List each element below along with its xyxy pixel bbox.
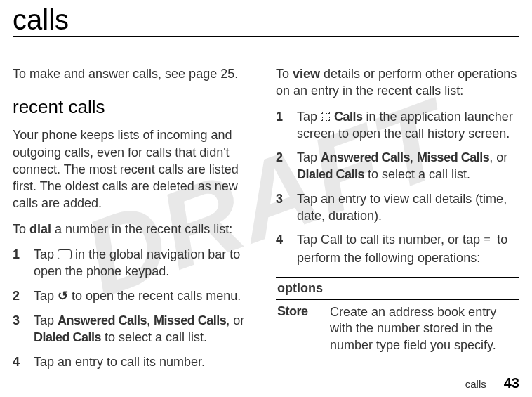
step-number: 3: [13, 312, 34, 346]
left-step-3: 3 Tap Answered Calls, Missed Calls, or D…: [13, 312, 256, 346]
left-step-2: 2 Tap ↺ to open the recent calls menu.: [13, 287, 256, 305]
right-column: To view details or perform other operati…: [276, 65, 519, 377]
answered-calls-label: Answered Calls: [321, 150, 410, 164]
text-frag: Tap: [34, 289, 58, 303]
step-text: Tap Calls in the application launcher sc…: [297, 108, 519, 143]
page-title: calls: [13, 5, 519, 37]
step-text: Tap an entry to view call details (time,…: [297, 190, 519, 225]
text-frag: , or: [226, 313, 244, 327]
phone-icon: ↺: [58, 287, 68, 304]
step-number: 4: [276, 231, 297, 266]
text-frag: Tap: [297, 150, 321, 164]
options-table: options Store Create an address book ent…: [276, 277, 519, 358]
text-frag: to select a call list.: [364, 167, 470, 181]
step-text: Tap Answered Calls, Missed Calls, or Dia…: [297, 149, 519, 183]
text-frag: Tap Call to call its number, or tap: [297, 233, 484, 247]
footer-page-number: 43: [504, 375, 519, 391]
intro-text: To make and answer calls, see page 25.: [13, 65, 256, 82]
option-label: Store: [277, 304, 330, 353]
step-number: 4: [13, 353, 34, 370]
text-frag: Tap: [297, 110, 321, 124]
step-text: Tap an entry to call its number.: [34, 353, 256, 370]
left-step-1: 1 Tap in the global navigation bar to op…: [13, 246, 256, 280]
content-columns: To make and answer calls, see page 25. r…: [13, 65, 519, 377]
page-footer: calls 43: [465, 375, 519, 391]
text-frag: to select a call list.: [101, 330, 207, 344]
menu-list-icon: [484, 231, 493, 248]
dialed-calls-label: Dialed Calls: [297, 167, 364, 181]
dial-pre: To: [13, 222, 29, 236]
missed-calls-label: Missed Calls: [417, 150, 489, 164]
dial-post: a number in the recent calls list:: [51, 222, 232, 236]
option-description: Create an address book entry with the nu…: [330, 304, 518, 353]
step-text: Tap ↺ to open the recent calls menu.: [34, 287, 256, 305]
dial-intro: To dial a number in the recent calls lis…: [13, 221, 256, 237]
dialed-calls-label: Dialed Calls: [34, 330, 101, 344]
right-step-3: 3 Tap an entry to view call details (tim…: [276, 190, 519, 225]
view-bold: view: [293, 67, 320, 81]
text-frag: , or: [489, 150, 507, 164]
left-column: To make and answer calls, see page 25. r…: [13, 65, 256, 377]
options-header: options: [276, 278, 519, 300]
calls-label: Calls: [334, 110, 363, 124]
text-frag: Tap: [34, 247, 58, 261]
nav-box-icon: [58, 249, 72, 259]
step-number: 2: [13, 287, 34, 305]
text-frag: to open the recent calls menu.: [68, 289, 241, 303]
section-heading: recent calls: [13, 96, 256, 118]
options-row: Store Create an address book entry with …: [276, 300, 519, 358]
right-step-1: 1 Tap Calls in the application launcher …: [276, 108, 519, 143]
step-number: 2: [276, 149, 297, 183]
text-frag: ,: [147, 313, 154, 327]
overview-text: Your phone keeps lists of incoming and o…: [13, 126, 256, 211]
missed-calls-label: Missed Calls: [154, 313, 226, 327]
text-frag: Tap: [34, 313, 58, 327]
step-number: 1: [276, 108, 297, 143]
step-text: Tap in the global navigation bar to open…: [34, 246, 256, 280]
step-number: 1: [13, 246, 34, 280]
left-step-4: 4 Tap an entry to call its number.: [13, 353, 256, 370]
view-intro: To view details or perform other operati…: [276, 65, 519, 100]
text-frag: ,: [410, 150, 417, 164]
step-text: Tap Call to call its number, or tap to p…: [297, 231, 519, 266]
footer-section-label: calls: [465, 378, 486, 390]
app-grid-icon: [321, 112, 331, 122]
right-step-2: 2 Tap Answered Calls, Missed Calls, or D…: [276, 149, 519, 183]
answered-calls-label: Answered Calls: [58, 313, 147, 327]
step-text: Tap Answered Calls, Missed Calls, or Dia…: [34, 312, 256, 346]
right-step-4: 4 Tap Call to call its number, or tap to…: [276, 231, 519, 266]
step-number: 3: [276, 190, 297, 225]
text-frag: To: [276, 67, 293, 81]
dial-bold: dial: [29, 222, 51, 236]
